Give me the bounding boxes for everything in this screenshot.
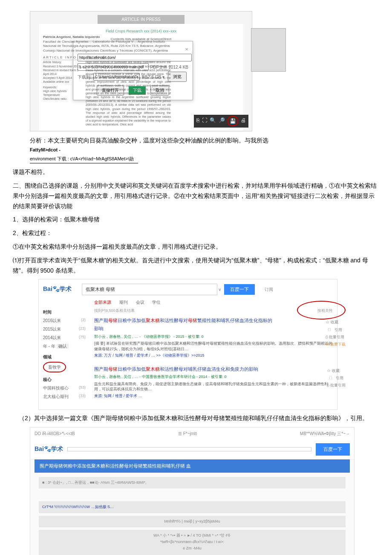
abstract-text: High oleic hybrids of sunflower are wide… — [86, 60, 171, 126]
abstract-head: ABSTRACT — [86, 55, 171, 60]
analysis-text-1: 分析：本文主要研究向日葵高油酸杂交种，温度对这些杂交种油酸的比例的影响。与我所选 — [30, 137, 268, 144]
filter-core2[interactable]: 北大核心期刊(33) — [43, 393, 86, 400]
filter-year-range[interactable]: 年 - 年 确认 — [43, 343, 86, 350]
select-first-text: （2）其中选择第一篇文章《围产期母猪饲粮中添加低聚木糖和活性酵母对母猪繁殖性能和… — [13, 413, 379, 424]
tab-degree[interactable]: 学位 — [152, 300, 161, 305]
journal-cover-thumb — [251, 28, 286, 72]
filter-field-head: 领域 — [43, 353, 86, 360]
result-1-snippet: [摘 要] 本试验旨在研究围产期母猪日粮中添加低聚木糖和活性酵母对母猪繁殖性能分… — [94, 341, 333, 352]
pdf-toolbar: ⎘ ⛶ 🔍 🔎 💾 🖨 — [194, 115, 248, 128]
tool-page-icon[interactable]: ⎘ — [196, 116, 199, 126]
tool-print-icon[interactable]: 🖨 — [241, 116, 246, 126]
cp-header: Bai🐾学术 百度一下 — [30, 440, 354, 459]
filter-core1[interactable]: 中国科技核心(53) — [43, 384, 86, 392]
line-search-process: 2、检索过程： — [13, 228, 379, 238]
open-baidu-text: ⑴打开百度学术查询关于“低聚木糖”的相关文献。首先进行中文搜索，使用关键词为“低… — [13, 256, 379, 276]
tool-zoomin-icon[interactable]: 🔎 — [219, 116, 225, 126]
cp-browser-bar: DO iR-i48DB>*\-<<tB ☰ F*~jmtt MB**W%WA•Φ… — [30, 427, 354, 440]
result-1-meta: 郭小云 , 谢春艳 , 吴信 , … - 《动物营养学报》 - 2015 - 被… — [94, 334, 333, 340]
tool-save-icon[interactable]: 💾 — [228, 116, 238, 126]
cp-search-input[interactable] — [67, 447, 311, 451]
result-1: 围产期母猪日粮中添加低聚木糖和活性酵母对母猪繁殖性能和哺乳仔猪血清生化指标的影响… — [94, 317, 333, 359]
results-list: 围产期母猪日粮中添加低聚木糖和活性酵母对母猪繁殖性能和哺乳仔猪血清生化指标的影响… — [94, 317, 333, 399]
r1-fav[interactable]: ☆ 收藏 — [326, 319, 346, 325]
result-2-meta: 郭小云 , 谢春艳 , 吴信 , … - 中国畜牧兽医学会学术年研讨会 - 20… — [94, 374, 333, 380]
paw-icon: 🐾 — [52, 285, 60, 292]
cp-sub-row: ■ : 3* 仑赳~」, □…善密运，■■论- A%m 三~4t#MAWSI-I… — [39, 477, 346, 488]
article-info-head: ARTICLE INFO — [43, 55, 81, 60]
cp-article-title: 围产期母猪饲粮中添加低聚木糖和活性酵母对母猪繁殖性能和哺乳仔猪 血 — [35, 459, 350, 473]
filter-core-head: 核心 — [43, 376, 86, 383]
citation-panel-screenshot: DO iR-i48DB>*\-<<tB ☰ F*~jmtt MB**W%WA•Φ… — [30, 427, 355, 555]
r1-cite[interactable]: 〈〉 引用 — [326, 327, 346, 333]
r2-fav[interactable]: ☆ 收藏 — [327, 368, 346, 374]
r1-batch[interactable]: ⎙ 批量引用 — [326, 334, 346, 340]
result-1-title[interactable]: 围产期母猪日粮中添加低聚木糖和活性酵母对母猪繁殖性能和哺乳仔猪血清生化指标的影响 — [94, 317, 333, 332]
filter-2016[interactable]: 2016以来(2) — [43, 317, 86, 324]
result-2-links[interactable]: 来源: 知网 / 维普 / 爱学术 … — [94, 393, 333, 399]
result-2-actions: ☆ 收藏 〈〉 引用 ⎙ 批量引用 — [327, 367, 346, 390]
r2-cite[interactable]: 〈〉 引用 — [327, 375, 346, 381]
tab-journal[interactable]: 期刊 — [119, 300, 128, 305]
analysis-mismatch: 课题不相符。 — [13, 167, 379, 177]
source-tabs: 全部来源 期刊 会议 学位 — [94, 299, 333, 306]
result-2-title[interactable]: 围产期母猪日粮中添加低聚木糖和活性酵母对哺乳仔猪血清生化和免疫力的影响 — [94, 365, 333, 373]
search-button[interactable]: 百度一下 — [224, 284, 255, 295]
left-filters: 时间 2016以来(2) 2015以来(23) 2014以来(75) 年 - 年… — [43, 305, 86, 401]
keywords: High oleic hybrids Temperature Oleic/lin… — [43, 89, 81, 101]
result-1-links[interactable]: 来源: 万方 / 知网 / 维普 / 爱学术 / … >>《动物营养学报》>>2… — [94, 352, 333, 359]
filter-time-head: 时间 — [43, 308, 86, 316]
search-dropdown-icon[interactable]: ∨ — [218, 287, 221, 292]
tool-fit-icon[interactable]: ⛶ — [202, 116, 207, 126]
cp-search-button[interactable]: 百度一下 — [316, 443, 350, 456]
pdf-preview-screenshot: ARTICLE IN PRESS Field Crops Research xx… — [30, 11, 252, 131]
cp-right: MB**W%WA•Φβtty 三*~→ — [300, 430, 350, 437]
cp-left-code: DO iR-i48DB>*\-<<tB — [35, 430, 75, 437]
red-circle-annotation-field: 畜牧学 — [43, 362, 66, 372]
cp-logo: Bai🐾学术 — [35, 444, 63, 454]
r1-free[interactable]: ✉ 免费下载 — [326, 341, 346, 348]
pdf-authors: Patricia Angeloni, Natalia Izquierdo — [43, 35, 100, 39]
cp-crtm-row: CrT*M ½½½½½½M½½½W …如他极 S… — [39, 501, 346, 513]
path-top: FattyM>dcot - — [30, 146, 379, 154]
baidu-logo: Bai🐾学术 — [43, 285, 73, 292]
pdf-affiliations: Facultad de Ciencias Agrarias… Laborator… — [43, 40, 170, 52]
cp-strip2: WA * 小 * *»• 器 • » ►/ 4 TO (MMI * =* *甘·… — [39, 530, 346, 555]
pdf-journal-line: Field Crops Research xxx (2014) xxx–xxx — [43, 28, 239, 35]
path-block: FattyM>dcot - environment 下载 : c\/A<r%\a… — [30, 146, 379, 164]
line-chosen-terms: 1、选择的检索词：低聚木糖母猪 — [13, 215, 379, 225]
cp-body: ■ : 3* 仑赳~」, □…善密运，■■论- A%m 三~4t#MAWSI-I… — [30, 473, 354, 555]
result-count: 找到约9,500条相关结果 — [94, 308, 135, 314]
filter-xumu[interactable]: 畜牧学 — [43, 362, 86, 372]
result-2-snippet: 益生元和益生菌具有降肉、免疫力，能促进宿主肠道微生态健康，提高母猪和哺乳仔猪免疫… — [94, 381, 333, 392]
paw-icon-2: 🐾 — [44, 445, 51, 452]
article-history: Article history: Received 3 November 201… — [43, 60, 81, 84]
filter-2014[interactable]: 2014以来(75) — [43, 334, 86, 341]
cp-strip1: Mnfrift*t½ | meiβ | y~xy2β5jsM4u — [39, 516, 346, 527]
article-in-press-banner: ARTICLE IN PRESS — [98, 15, 184, 24]
filter-2015[interactable]: 2015以来(23) — [43, 325, 86, 333]
section2-intro: 二、围绕自己选择的课题，分别用中文关键词和英文关键词在百度学术搜索中进行检索，并… — [13, 181, 379, 211]
keywords-head: Keywords: — [43, 85, 81, 89]
r2-batch[interactable]: ⎙ 批量引用 — [327, 382, 346, 389]
tab-conf[interactable]: 会议 — [136, 300, 144, 305]
search-input[interactable]: 低聚木糖 母猪 — [82, 284, 217, 295]
pdf-article-meta: Patricia Angeloni, Natalia Izquierdo Fac… — [43, 35, 171, 126]
tool-zoomout-icon[interactable]: 🔍 — [210, 116, 216, 126]
path-line: environment 下载 : c\/A<r%\ad~MrAgfS8AMet>… — [30, 155, 138, 163]
cp-mid: ☰ F*~jmtt — [178, 430, 197, 437]
result-2: 围产期母猪日粮中添加低聚木糖和活性酵母对哺乳仔猪血清生化和免疫力的影响 郭小云 … — [94, 365, 333, 399]
subscribe-link[interactable]: 订阅 — [265, 287, 273, 292]
baidu-xueshu-screenshot: Bai🐾学术 低聚木糖 母猪 ∨ 百度一下 订阅 全部来源 期刊 会议 学位 找… — [38, 279, 337, 410]
step1-text: ①在中英文检索结果中分别选择一篇相关度最高的文章，用引用格式进行记录。 — [13, 242, 379, 252]
result-1-actions: ☆ 收藏 〈〉 引用 ⎙ 批量引用 ✉ 免费下载 — [326, 318, 346, 349]
tab-all[interactable]: 全部来源 — [94, 300, 111, 305]
